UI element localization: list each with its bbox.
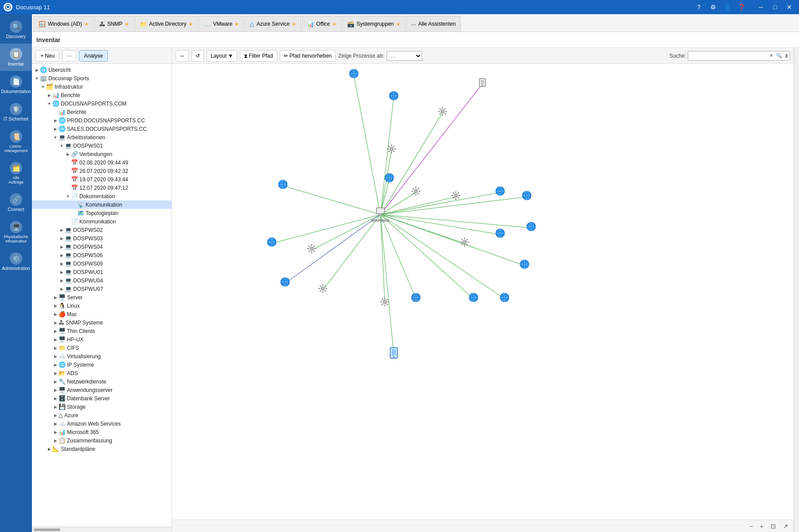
net-node-n4[interactable] bbox=[429, 106, 456, 119]
net-node-n19[interactable] bbox=[511, 259, 538, 272]
tree-node-dospws09[interactable]: ▶💻DOSPWS09 bbox=[32, 259, 172, 268]
expander-standardplane[interactable]: ▶ bbox=[46, 447, 52, 451]
refresh-button[interactable]: ↺ bbox=[192, 50, 204, 62]
tab-active-directory[interactable]: 📁 Active Directory ★ bbox=[135, 16, 198, 31]
sidebar-item-connect[interactable]: 🔗 Connect bbox=[0, 189, 32, 216]
expander-ubersicht[interactable]: ▶ bbox=[34, 68, 40, 72]
net-node-n11[interactable] bbox=[487, 186, 513, 199]
tab-snmp-star[interactable]: ★ bbox=[125, 21, 129, 27]
tree-node-docusnapsports-com[interactable]: ▼🌐DOCUSNAPSPORTS.COM bbox=[32, 99, 172, 108]
tab-office-star[interactable]: ★ bbox=[332, 21, 337, 27]
tree-node-dospwu01[interactable]: ▶💻DOSPWU01 bbox=[32, 268, 172, 276]
tree-node-kommunikation2[interactable]: 📄Kommunikation bbox=[32, 217, 172, 226]
minimize-button[interactable]: ─ bbox=[755, 1, 767, 13]
more-button[interactable]: ··· bbox=[62, 50, 76, 62]
tab-windows-ad[interactable]: 🪟 Windows (AD) ★ bbox=[34, 16, 94, 31]
prozesse-select[interactable]: . . bbox=[387, 51, 422, 61]
net-node-n3[interactable] bbox=[378, 144, 405, 156]
expander-dospws09[interactable]: ▶ bbox=[59, 262, 65, 266]
expander-prod[interactable]: ▶ bbox=[52, 118, 59, 123]
tree-node-topologieplan[interactable]: 🗺️Topologieplan bbox=[32, 209, 172, 217]
pfad-hervorheben-button[interactable]: ✏ Pfad hervorheben bbox=[280, 50, 336, 62]
tree-node-snmp-systeme[interactable]: ▶🖧SNMP Systeme bbox=[32, 318, 172, 327]
expander-dospwu04[interactable]: ▶ bbox=[59, 278, 65, 283]
expander-infrastruktur[interactable]: ▼ bbox=[40, 85, 46, 89]
filter-pfad-button[interactable]: ⧗ Filter Pfad bbox=[240, 50, 277, 62]
tree-node-dospws04[interactable]: ▶💻DOSPWS04 bbox=[32, 243, 172, 251]
tree-node-prod[interactable]: ▶🌐PROD.DOCUSNAPSPORTS.CC bbox=[32, 116, 172, 125]
tree-node-berichte1[interactable]: ▶📊Berichte bbox=[32, 91, 172, 99]
expander-hp-ux[interactable]: ▶ bbox=[52, 337, 59, 342]
expander-berichte1[interactable]: ▶ bbox=[46, 93, 52, 98]
net-node-n6[interactable] bbox=[376, 173, 403, 185]
tree-node-cifs[interactable]: ▶📁CIFS bbox=[32, 344, 172, 352]
net-node-n16[interactable] bbox=[451, 237, 478, 250]
tree-node-standardplane[interactable]: ▶📐Standardpläne bbox=[32, 445, 172, 453]
tree-node-dospwu04[interactable]: ▶💻DOSPWU04 bbox=[32, 276, 172, 285]
settings-icon[interactable]: ⚙ bbox=[707, 1, 719, 13]
tree-node-kommunikation[interactable]: 📡Kommunikation bbox=[32, 200, 172, 209]
question-icon[interactable]: ❓ bbox=[735, 1, 748, 13]
tree-node-zusammenfassung[interactable]: ▶📋Zusammenfassung bbox=[32, 436, 172, 445]
tree-node-dospws06[interactable]: ▶💻DOSPWS06 bbox=[32, 251, 172, 259]
layout-button[interactable]: Layout ▼ bbox=[207, 50, 237, 62]
sidebar-item-it-sicherheit[interactable]: 🛡️ IT Sicherheit bbox=[0, 98, 32, 126]
tree-node-thin-clients[interactable]: ▶🖥️Thin Clients bbox=[32, 327, 172, 335]
net-node-n22[interactable] bbox=[460, 293, 487, 305]
expander-arbeitsstationen[interactable]: ▼ bbox=[52, 135, 59, 140]
tree-node-arbeitsstationen[interactable]: ▼💻Arbeitsstationen bbox=[32, 133, 172, 141]
tab-office[interactable]: 📊 Office ★ bbox=[302, 16, 341, 31]
net-node-n20[interactable] bbox=[372, 297, 398, 309]
tree-node-amazon-web-services[interactable]: ▶☁️Amazon Web Services bbox=[32, 419, 172, 428]
tab-snmp[interactable]: 🖧 SNMP ★ bbox=[94, 16, 134, 31]
tree-node-date3[interactable]: 📅19.07.2020 09:43:44 bbox=[32, 175, 172, 184]
network-canvas[interactable]: DOSPWSO1 bbox=[172, 64, 794, 520]
net-node-n2[interactable] bbox=[380, 91, 407, 103]
net-node-n5[interactable] bbox=[469, 78, 496, 90]
tab-alle-assistenten[interactable]: ··· Alle Assistenten bbox=[406, 16, 461, 31]
sidebar-item-discovery[interactable]: 🔍 Discovery bbox=[0, 16, 32, 43]
tab-windows-ad-star[interactable]: ★ bbox=[84, 21, 89, 27]
tab-systemgruppen[interactable]: 🗃️ Systemgruppen ★ bbox=[342, 16, 405, 31]
tree-node-date2[interactable]: 📅26.07.2020 09:42:32 bbox=[32, 167, 172, 175]
tree-node-docusnap-sports[interactable]: ▼🏢Docusnap Sports bbox=[32, 74, 172, 82]
tree-node-dokumentation-node[interactable]: ▼📄Dokumentation bbox=[32, 192, 172, 200]
expander-dokumentation-node[interactable]: ▼ bbox=[65, 194, 71, 199]
tab-active-directory-star[interactable]: ★ bbox=[188, 21, 193, 27]
tree-node-mac[interactable]: ▶🍎Mac bbox=[32, 310, 172, 318]
expander-datenbank-server[interactable]: ▶ bbox=[52, 396, 59, 401]
net-node-n14[interactable] bbox=[309, 284, 336, 296]
net-node-n15[interactable] bbox=[272, 277, 298, 289]
search-filter-icon[interactable]: ⧗ bbox=[783, 53, 790, 59]
expander-azure[interactable]: ▶ bbox=[52, 413, 59, 418]
close-button[interactable]: ✕ bbox=[783, 1, 795, 13]
expander-ip-systeme[interactable]: ▶ bbox=[52, 363, 59, 367]
sidebar-item-lizenz[interactable]: 📜 Lizenz-management bbox=[0, 126, 32, 157]
tree-node-hp-ux[interactable]: ▶🖥️HP-UX bbox=[32, 335, 172, 344]
expander-verbindungen[interactable]: ▶ bbox=[65, 152, 71, 156]
tree-node-date1[interactable]: 📅02.08.2020 09:44:49 bbox=[32, 158, 172, 167]
sidebar-item-administration[interactable]: ⚙️ Administration bbox=[0, 248, 32, 275]
tree-node-ubersicht[interactable]: ▶🌐Übersicht bbox=[32, 66, 172, 74]
expander-snmp-systeme[interactable]: ▶ bbox=[52, 321, 59, 325]
tree-node-microsoft365[interactable]: ▶📊Microsoft 365 bbox=[32, 428, 172, 436]
tab-azure-star[interactable]: ★ bbox=[292, 21, 296, 27]
tree-node-storage[interactable]: ▶💾Storage bbox=[32, 403, 172, 411]
net-node-center[interactable]: DOSPWSO1 bbox=[367, 207, 394, 223]
expander-thin-clients[interactable]: ▶ bbox=[52, 329, 59, 333]
zoom-out-button[interactable]: − bbox=[748, 522, 755, 531]
tree-scrollbar[interactable] bbox=[32, 527, 172, 532]
expander-ads[interactable]: ▶ bbox=[52, 371, 59, 376]
export-button[interactable]: ↗ bbox=[781, 522, 790, 531]
expander-linux[interactable]: ▶ bbox=[52, 304, 59, 308]
net-node-n13[interactable] bbox=[258, 237, 285, 250]
tree-node-dospws03[interactable]: ▶💻DOSPWS03 bbox=[32, 234, 172, 243]
expander-docusnap-sports[interactable]: ▼ bbox=[34, 76, 40, 81]
clear-search-icon[interactable]: ✕ bbox=[768, 53, 775, 59]
tree-node-dospws01[interactable]: ▼💻DOSPWS01 bbox=[32, 141, 172, 150]
net-node-n1[interactable] bbox=[341, 69, 367, 81]
tree-node-ads[interactable]: ▶📂ADS bbox=[32, 369, 172, 377]
expander-dospws02[interactable]: ▶ bbox=[59, 228, 65, 232]
tab-vmware[interactable]: ☁️ VMware ★ bbox=[199, 16, 244, 31]
tree-node-dospws02[interactable]: ▶💻DOSPWS02 bbox=[32, 226, 172, 234]
